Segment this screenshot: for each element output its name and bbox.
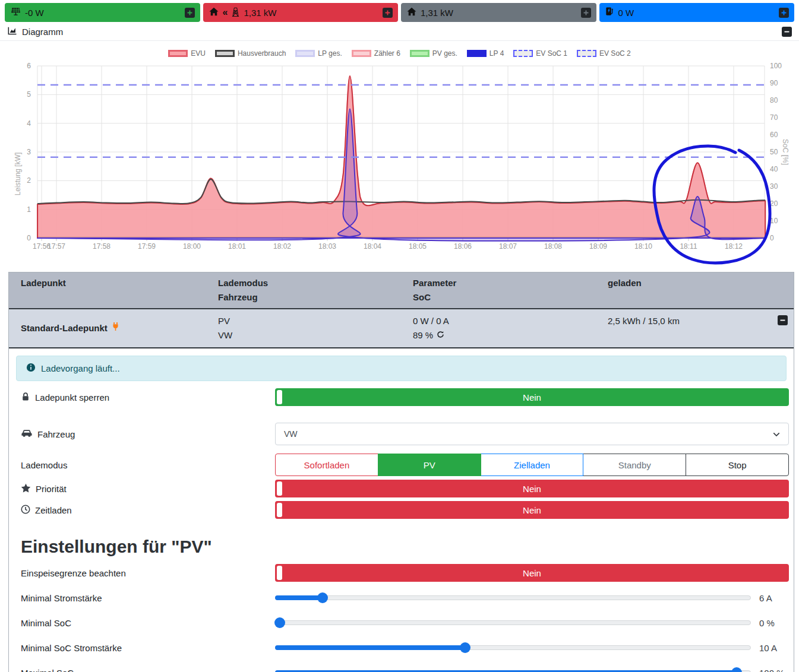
zeitladen-toggle[interactable]: Nein — [275, 501, 789, 519]
minimal-stromstaerke-slider[interactable] — [275, 592, 751, 603]
svg-text:18:06: 18:06 — [454, 242, 472, 251]
svg-text:18:03: 18:03 — [318, 242, 336, 251]
zielladen-button[interactable]: Zielladen — [481, 454, 584, 476]
prioritaet-row: Priorität Nein — [9, 480, 794, 497]
legend-item[interactable]: EVU — [168, 49, 206, 58]
svg-text:18:10: 18:10 — [634, 242, 652, 251]
slider-label: Maximal SoC — [14, 668, 275, 672]
zeitladen-label: Zeitladen — [35, 505, 72, 515]
clock-icon — [21, 505, 30, 516]
minimal-stromstaerke-row: Minimal Stromstärke 6 A — [9, 585, 794, 610]
toggle-handle[interactable] — [277, 481, 282, 496]
transmission-tower-icon — [231, 7, 240, 19]
fahrzeug-row: Fahrzeug VW — [9, 423, 794, 445]
sofortladen-button[interactable]: Sofortladen — [275, 454, 378, 476]
lademodus-button-group: Sofortladen PV Zielladen Standby Stop — [275, 454, 789, 476]
svg-text:0: 0 — [27, 234, 31, 242]
fahrzeug-label: Fahrzeug — [37, 429, 75, 439]
svg-text:Leistung [kW]: Leistung [kW] — [14, 153, 22, 196]
ladepunkt-sperren-toggle[interactable]: Nein — [275, 388, 789, 406]
zeitladen-row: Zeitladen Nein — [9, 501, 794, 519]
plus-square-icon[interactable] — [779, 8, 789, 18]
slider-handle[interactable] — [274, 617, 285, 628]
svg-text:40: 40 — [770, 165, 778, 173]
svg-text:18:11: 18:11 — [680, 242, 697, 251]
parameter-soc-cell: 0 W / 0 A 89 % — [413, 314, 608, 343]
plus-square-icon[interactable] — [383, 8, 393, 18]
legend-item[interactable]: Hausverbrauch — [215, 49, 286, 58]
header-geladen: geladen — [608, 276, 794, 305]
slider-handle[interactable] — [460, 642, 470, 653]
legend-item[interactable]: LP 4 — [467, 49, 504, 58]
fahrzeug-select[interactable]: VW — [275, 423, 789, 445]
diagram-panel-header: Diagramm — [0, 23, 799, 41]
ladepunkt-sperren-label: Ladepunkt sperren — [35, 392, 109, 402]
slider-value: 10 A — [751, 643, 789, 653]
legend-item[interactable]: EV SoC 2 — [577, 49, 631, 58]
einspeisegrenze-row: Einspeisegrenze beachten Nein — [9, 564, 794, 582]
legend-swatch — [467, 50, 487, 57]
collapse-diagram-button[interactable] — [782, 27, 792, 37]
toggle-handle[interactable] — [277, 390, 282, 404]
svg-text:0: 0 — [770, 234, 774, 242]
chart: EVUHausverbrauchLP ges.Zähler 6PV ges.LP… — [0, 41, 799, 268]
legend-swatch — [295, 50, 315, 57]
toggle-handle[interactable] — [277, 503, 282, 517]
home-icon — [209, 7, 219, 18]
chevron-down-icon — [773, 429, 780, 439]
einspeisegrenze-toggle[interactable]: Nein — [275, 564, 789, 582]
maximal-soc-slider[interactable] — [275, 667, 751, 672]
svg-text:3: 3 — [27, 148, 31, 156]
legend-swatch — [410, 50, 429, 57]
legend-swatch — [168, 50, 188, 57]
alert-text: Ladevorgang läuft... — [41, 363, 120, 373]
svg-text:18:02: 18:02 — [273, 242, 291, 251]
lock-icon — [21, 392, 30, 403]
svg-text:18:05: 18:05 — [409, 242, 427, 251]
plus-square-icon[interactable] — [185, 8, 195, 18]
chart-area-icon — [7, 26, 17, 37]
toggle-handle[interactable] — [277, 566, 282, 580]
svg-text:80: 80 — [770, 96, 778, 104]
prioritaet-label: Priorität — [36, 484, 67, 494]
legend-item[interactable]: LP ges. — [295, 49, 342, 58]
ladepunkte-status-box[interactable]: 0 W — [599, 3, 795, 22]
minimal-soc-stromstaerke-slider[interactable] — [275, 642, 751, 653]
slider-value: 0 % — [751, 618, 789, 628]
collapse-chargepoint-button[interactable] — [778, 315, 788, 325]
ladepunkt-sperren-row: Ladepunkt sperren Nein — [9, 388, 794, 406]
hausverbrauch-status-box[interactable]: 1,31 kW — [401, 3, 596, 22]
refresh-soc-icon[interactable] — [437, 328, 444, 343]
svg-text:17:58: 17:58 — [93, 242, 110, 251]
svg-text:4: 4 — [27, 119, 31, 128]
svg-text:6: 6 — [27, 62, 31, 70]
svg-text:18:08: 18:08 — [544, 242, 562, 251]
svg-text:100: 100 — [770, 62, 782, 70]
legend-item[interactable]: Zähler 6 — [352, 49, 400, 58]
standby-button[interactable]: Standby — [583, 454, 686, 476]
slider-handle[interactable] — [731, 667, 742, 672]
svg-text:18:09: 18:09 — [589, 242, 607, 251]
info-circle-icon — [26, 363, 36, 374]
slider-value: 100 % — [751, 668, 789, 672]
svg-text:18:07: 18:07 — [499, 242, 517, 251]
solar-panel-icon — [10, 7, 21, 18]
slider-label: Minimal Stromstärke — [14, 593, 275, 603]
pv-button[interactable]: PV — [378, 454, 481, 476]
plus-square-icon[interactable] — [581, 8, 591, 18]
charging-status-alert: Ladevorgang läuft... — [16, 356, 787, 381]
evu-status-box[interactable]: « 1,31 kW — [203, 3, 399, 22]
legend-item[interactable]: PV ges. — [410, 49, 457, 58]
minimal-soc-slider[interactable] — [275, 617, 751, 628]
slider-handle[interactable] — [317, 592, 328, 603]
ladepunkte-power-value: 0 W — [618, 8, 634, 18]
svg-text:18:04: 18:04 — [364, 242, 381, 251]
prioritaet-toggle[interactable]: Nein — [275, 480, 789, 497]
svg-text:17:57: 17:57 — [48, 242, 65, 251]
pv-status-box[interactable]: -0 W — [5, 3, 200, 22]
legend-item[interactable]: EV SoC 1 — [513, 49, 567, 58]
table-row: Standard-Ladepunkt PV VW 0 W / 0 A 89 % … — [9, 309, 794, 348]
svg-text:30: 30 — [770, 182, 778, 191]
stop-button[interactable]: Stop — [686, 454, 789, 476]
pv-power-value: -0 W — [25, 8, 44, 18]
